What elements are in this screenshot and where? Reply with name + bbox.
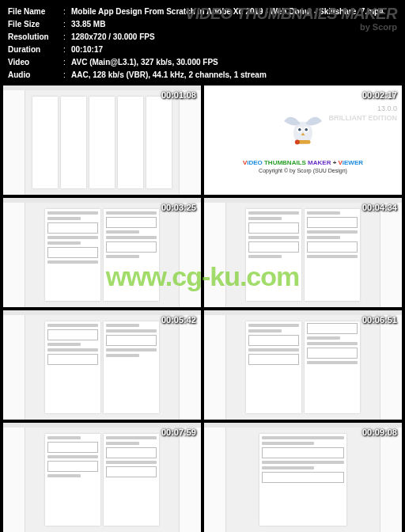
meta-row: Duration:00:10:17 xyxy=(8,44,397,55)
svg-point-4 xyxy=(305,128,308,131)
app-splash: 13.0.0 BRILLIANT EDITION ViDEO THUMBNAIL… xyxy=(204,86,402,195)
timestamp-badge: 00:03:25 xyxy=(161,203,196,212)
meta-separator: : xyxy=(63,32,71,43)
thumbnail-6[interactable]: 00:06:51 xyxy=(204,310,402,420)
metadata-header: VIDEO THUMBNAILS MAKER by Scorp File Nam… xyxy=(0,0,405,86)
meta-label: File Size xyxy=(8,19,63,30)
owl-icon xyxy=(279,107,327,154)
meta-separator: : xyxy=(63,70,71,81)
app-watermark-title: VIDEO THUMBNAILS MAKER xyxy=(185,5,397,23)
timestamp-badge: 00:09:08 xyxy=(362,428,397,437)
meta-row: Resolution:1280x720 / 30.000 FPS xyxy=(8,32,397,43)
thumbnail-1[interactable]: 00:01:08 xyxy=(3,86,201,195)
meta-label: File Name xyxy=(8,6,63,17)
version-label: 13.0.0 xyxy=(377,104,397,112)
meta-value: 00:10:17 xyxy=(71,44,397,55)
timestamp-badge: 00:05:42 xyxy=(161,315,196,325)
meta-separator: : xyxy=(63,44,71,55)
thumbnail-8[interactable]: 00:09:08 xyxy=(204,423,402,532)
svg-point-6 xyxy=(295,139,300,144)
meta-row: Video:AVC (Main@L3.1), 327 kb/s, 30.000 … xyxy=(8,57,397,68)
svg-point-3 xyxy=(298,128,301,131)
meta-value: AVC (Main@L3.1), 327 kb/s, 30.000 FPS xyxy=(71,57,397,68)
meta-value: AAC, 128 kb/s (VBR), 44.1 kHz, 2 channel… xyxy=(71,70,397,81)
timestamp-badge: 00:06:51 xyxy=(362,315,397,325)
timestamp-badge: 00:04:34 xyxy=(362,203,397,212)
timestamp-badge: 00:07:59 xyxy=(161,428,196,437)
timestamp-badge: 00:01:08 xyxy=(161,90,196,100)
meta-separator: : xyxy=(63,19,71,30)
meta-label: Video xyxy=(8,57,63,68)
splash-title: ViDEO THUMBNAILS MAKER + ViEWER xyxy=(243,158,363,166)
thumbnail-5[interactable]: 00:05:42 xyxy=(3,310,201,420)
app-watermark-subtitle: by Scorp xyxy=(360,22,397,32)
xd-frame xyxy=(3,86,201,195)
meta-label: Resolution xyxy=(8,32,63,43)
splash-copyright: Copyright © by Scorp (SUU Design) xyxy=(259,168,347,173)
meta-separator: : xyxy=(63,6,71,17)
edition-label: BRILLIANT EDITION xyxy=(329,114,398,122)
meta-label: Duration xyxy=(8,44,63,55)
meta-row: Audio:AAC, 128 kb/s (VBR), 44.1 kHz, 2 c… xyxy=(8,70,397,81)
timestamp-badge: 00:02:17 xyxy=(362,90,397,100)
meta-value: 1280x720 / 30.000 FPS xyxy=(71,32,397,43)
thumbnail-7[interactable]: 00:07:59 xyxy=(3,423,201,532)
thumbnail-3[interactable]: 00:03:25 xyxy=(3,198,201,307)
meta-separator: : xyxy=(63,57,71,68)
meta-label: Audio xyxy=(8,70,63,81)
thumbnail-4[interactable]: 00:04:34 xyxy=(204,198,402,307)
thumbnail-2[interactable]: 00:02:17 13.0.0 BRILLIANT EDITION ViDEO … xyxy=(204,86,402,195)
thumbnail-grid: 00:01:08 00:02:17 13.0.0 BRILLIANT EDITI… xyxy=(0,86,405,532)
